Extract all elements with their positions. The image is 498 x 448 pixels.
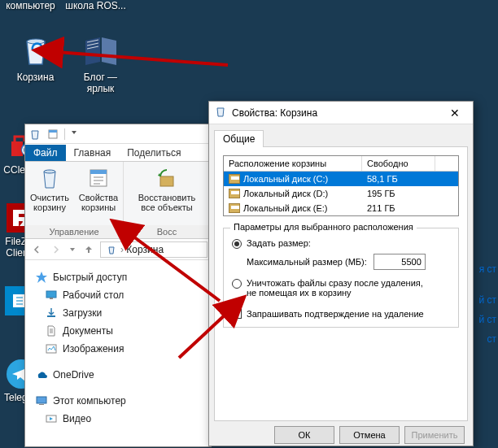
tab-home[interactable]: Главная [66, 145, 120, 161]
radio-custom-size[interactable] [232, 239, 242, 249]
edge-text-1: я ст [479, 263, 496, 275]
up-button[interactable] [81, 241, 97, 258]
col-free[interactable]: Свободно [362, 156, 435, 171]
svg-rect-14 [47, 315, 55, 317]
disk-row-e[interactable]: Локальный диск (E:) 211 ГБ [224, 201, 458, 215]
recycle-bin-small-icon [214, 105, 227, 120]
dropdown-icon[interactable] [70, 128, 83, 141]
recycle-props-button[interactable]: Свойства корзины [74, 162, 123, 225]
edge-text-2: й ст [478, 294, 496, 306]
address-bar[interactable]: › Корзина [100, 241, 208, 258]
max-size-label: Максимальный размер (МБ): [247, 257, 367, 267]
document-icon [45, 324, 58, 337]
svg-rect-7 [49, 130, 57, 133]
restore-icon [154, 165, 180, 191]
params-title: Параметры для выбранного расположения [230, 222, 417, 232]
svg-point-8 [44, 170, 55, 173]
ribbon: Очистить корзину Свойства корзины Управл… [25, 162, 211, 239]
radio-delete-immediately[interactable] [232, 279, 242, 289]
tab-general[interactable]: Общие [214, 130, 264, 147]
nav-this-pc[interactable]: Этот компьютер [25, 392, 211, 410]
tab-file[interactable]: Файл [25, 145, 66, 161]
picture-icon [45, 342, 58, 355]
edge-text-3: й ст [478, 314, 496, 325]
confirm-delete-checkbox[interactable] [232, 309, 242, 319]
props-icon [85, 165, 111, 191]
book-icon [81, 31, 120, 70]
radio-delete-label: Уничтожать файлы сразу после удаления, н… [247, 278, 434, 298]
disk-row-c[interactable]: Локальный диск (C:) 58,1 ГБ [224, 172, 458, 186]
desktop-label-school[interactable]: школа ROS... [65, 0, 126, 11]
close-button[interactable]: ✕ [442, 102, 468, 124]
disk-row-d[interactable]: Локальный диск (D:) 195 ГБ [224, 186, 458, 201]
desktop-icon-blog[interactable]: Блог — ярлык [70, 31, 131, 95]
breadcrumb-bar: › Корзина [25, 239, 211, 260]
navigation-pane: Быстрый доступ Рабочий стол Загрузки Док… [25, 260, 211, 428]
explorer-window: Файл Главная Поделиться Очистить корзину… [24, 124, 212, 447]
cancel-button[interactable]: Отмена [339, 426, 400, 444]
this-pc-icon [35, 394, 48, 407]
history-dropdown[interactable] [68, 241, 77, 258]
tab-share[interactable]: Поделиться [119, 145, 189, 161]
empty-bin-icon [37, 165, 63, 191]
nav-onedrive[interactable]: OneDrive [25, 366, 211, 384]
group-title-restore: Восс [124, 225, 210, 238]
download-icon [45, 307, 58, 320]
forward-button[interactable] [48, 241, 64, 258]
nav-quick-access[interactable]: Быстрый доступ [25, 268, 211, 286]
group-title-manage: Управление [25, 225, 123, 238]
star-icon [35, 271, 48, 284]
svg-rect-1 [11, 141, 23, 156]
svg-rect-11 [160, 176, 173, 186]
recycle-bin-small-icon [28, 128, 42, 141]
nav-downloads[interactable]: Загрузки [25, 304, 211, 322]
apply-button[interactable]: Применить [404, 426, 465, 444]
radio-custom-size-label: Задать размер: [247, 238, 311, 248]
svg-rect-17 [39, 404, 44, 405]
max-size-input[interactable] [374, 254, 426, 270]
nav-desktop[interactable]: Рабочий стол [25, 286, 211, 304]
desktop-icon [45, 289, 58, 302]
drive-icon [229, 189, 240, 198]
restore-all-button[interactable]: Восстановить все объекты [130, 162, 203, 225]
nav-documents[interactable]: Документы [25, 322, 211, 340]
svg-rect-16 [37, 397, 46, 403]
video-icon [45, 412, 58, 425]
properties-dialog: Свойства: Корзина ✕ Общие Расположение к… [208, 101, 474, 446]
edge-text-4: ст [487, 333, 497, 345]
recycle-path-icon [106, 244, 117, 255]
drive-icon [229, 203, 240, 213]
quick-access-toolbar [25, 124, 211, 144]
empty-recycle-button[interactable]: Очистить корзину [25, 162, 74, 225]
desktop-label-computer[interactable]: компьютер [0, 0, 61, 11]
confirm-delete-label: Запрашивать подтверждение на удаление [247, 309, 424, 319]
dialog-title: Свойства: Корзина [232, 107, 437, 119]
desktop-icon-recycle-bin[interactable]: Корзина [5, 31, 66, 83]
drive-icon [229, 174, 240, 184]
ok-button[interactable]: ОК [274, 426, 334, 444]
back-button[interactable] [28, 241, 45, 258]
nav-videos[interactable]: Видео [25, 410, 211, 428]
svg-rect-12 [46, 291, 56, 298]
disk-table: Расположение корзины Свободно Локальный … [223, 155, 459, 216]
props-small-icon[interactable] [46, 128, 59, 141]
col-location[interactable]: Расположение корзины [224, 156, 362, 171]
dialog-titlebar: Свойства: Корзина ✕ [209, 102, 473, 124]
ribbon-tabs: Файл Главная Поделиться [25, 144, 211, 162]
svg-rect-10 [90, 170, 107, 174]
onedrive-icon [35, 368, 48, 381]
svg-rect-13 [50, 298, 53, 299]
params-group: Параметры для выбранного расположения За… [223, 228, 459, 328]
recycle-bin-icon [16, 31, 55, 70]
nav-pictures[interactable]: Изображения [25, 340, 211, 358]
